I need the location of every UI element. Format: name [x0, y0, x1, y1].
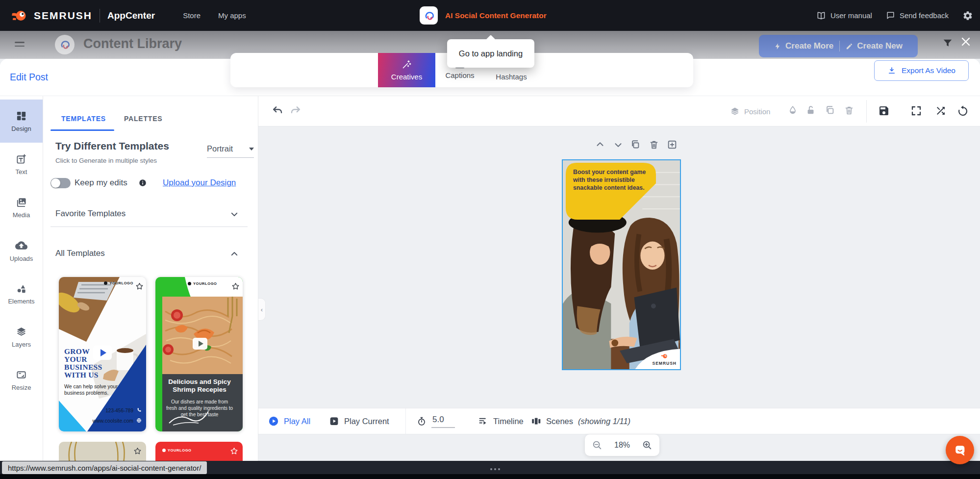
play-all-button[interactable]: Play All: [268, 416, 310, 427]
all-templates-section[interactable]: All Templates: [43, 245, 258, 264]
globe-icon: [136, 417, 142, 424]
zoom-out-icon[interactable]: [592, 440, 603, 451]
zoom-level: 18%: [614, 441, 630, 450]
gear-icon[interactable]: [962, 10, 973, 21]
section-divider: [50, 227, 248, 227]
filter-funnel-icon[interactable]: [942, 38, 953, 49]
user-manual-label: User manual: [830, 11, 872, 20]
template-logo: YOURLOGO: [188, 281, 217, 286]
play-current-button[interactable]: Play Current: [329, 416, 389, 427]
scene-add-icon[interactable]: [667, 139, 678, 150]
duplicate-icon[interactable]: [825, 105, 835, 116]
semrush-logo-icon: [11, 8, 26, 24]
scene-trash-icon[interactable]: [649, 139, 659, 150]
user-manual-button[interactable]: User manual: [816, 11, 872, 21]
template-card-partial-gold[interactable]: [59, 442, 146, 463]
duration-value[interactable]: 5.0: [431, 415, 455, 428]
text-icon: [16, 153, 27, 165]
support-chat-button[interactable]: [946, 436, 974, 464]
panel-collapse-handle[interactable]: ‹: [258, 298, 266, 321]
upload-your-design-link[interactable]: Upload your Design: [163, 178, 236, 188]
sidebar-item-text[interactable]: Text: [0, 143, 43, 186]
app-title[interactable]: AI Social Content Generator: [445, 11, 547, 20]
scenes-button[interactable]: Scenes (showing 1/11): [531, 416, 630, 427]
sidebar-item-elements[interactable]: Elements: [0, 272, 43, 315]
sidebar-item-design[interactable]: Design: [0, 100, 43, 143]
create-more-label: Create More: [785, 41, 833, 51]
scene-duplicate-icon[interactable]: [630, 139, 641, 150]
orientation-select[interactable]: Portrait: [207, 144, 254, 158]
nav-store[interactable]: Store: [183, 11, 201, 20]
favorite-star-icon[interactable]: [231, 282, 240, 291]
create-new-label: Create New: [857, 41, 903, 51]
keep-my-edits-toggle[interactable]: [50, 178, 71, 188]
hamburger-menu-icon[interactable]: [15, 42, 25, 49]
send-feedback-button[interactable]: Send feedback: [886, 11, 949, 20]
tab-templates-panel[interactable]: TEMPLATES: [61, 115, 106, 123]
template-card-partial-red[interactable]: YOURLOGO: [155, 442, 243, 463]
unlock-icon[interactable]: [805, 105, 816, 116]
sidebar-label: Elements: [8, 298, 34, 305]
trash-icon[interactable]: [844, 105, 854, 116]
active-tab-underline: [50, 129, 114, 131]
scenes-filmstrip-icon: [531, 416, 541, 427]
resize-icon: [16, 369, 27, 380]
nav-my-apps[interactable]: My apps: [218, 11, 246, 20]
book-icon: [816, 11, 826, 21]
close-icon[interactable]: [960, 36, 972, 48]
redo-icon[interactable]: [289, 105, 302, 118]
more-dots-icon[interactable]: [490, 468, 500, 470]
sidebar-item-media[interactable]: Media: [0, 186, 43, 229]
export-as-video-button[interactable]: Export As Video: [874, 60, 969, 81]
tab-creatives[interactable]: Creatives: [378, 53, 435, 87]
app-logo-icon[interactable]: [420, 6, 438, 25]
favorite-star-icon[interactable]: [229, 447, 239, 456]
shuffle-icon[interactable]: [935, 105, 947, 117]
duration-control[interactable]: 5.0: [417, 415, 455, 428]
media-icon: [16, 197, 27, 208]
create-more-half[interactable]: Create More: [774, 41, 833, 51]
sidebar-item-layers[interactable]: Layers: [0, 315, 43, 358]
favorite-star-icon[interactable]: [133, 447, 142, 456]
templates-panel: TEMPLATES PALETTES Try Different Templat…: [43, 96, 258, 479]
download-icon: [887, 66, 896, 75]
zoom-control: 18%: [585, 434, 659, 456]
panel-subheading: Click to Generate in multiple styles: [55, 157, 157, 164]
template-card-shrimp[interactable]: YOURLOGO Delicious and Spicy Shrimp Rece…: [155, 277, 243, 431]
artboard[interactable]: Boost your content game with these irres…: [562, 159, 681, 370]
color-droplet-icon[interactable]: [787, 105, 798, 116]
scene-down-icon[interactable]: [613, 139, 624, 150]
fullscreen-icon[interactable]: [910, 105, 922, 117]
create-new-half[interactable]: Create New: [846, 41, 903, 51]
timeline-button[interactable]: Timeline: [478, 416, 524, 427]
undo-icon[interactable]: [272, 105, 284, 118]
send-feedback-label: Send feedback: [900, 11, 949, 20]
template-phone: 123-456-789: [105, 408, 133, 413]
info-icon[interactable]: [138, 178, 147, 187]
go-to-app-landing-tooltip: Go to app landing: [447, 39, 534, 68]
tab-palettes-panel[interactable]: PALETTES: [124, 115, 162, 123]
template-body: Our dishes are made from fresh and quali…: [166, 399, 233, 418]
scene-up-icon[interactable]: [595, 139, 605, 150]
zoom-in-icon[interactable]: [642, 440, 653, 451]
timeline-icon: [478, 416, 488, 427]
position-button[interactable]: Position: [730, 96, 770, 126]
sidebar-item-resize[interactable]: Resize: [0, 358, 43, 402]
favorite-templates-section[interactable]: Favorite Templates: [43, 205, 258, 225]
chevron-down-icon: [230, 210, 239, 219]
upload-cloud-icon: [15, 239, 27, 252]
app-window: SEMRUSH AppCenter Store My apps AI Socia…: [0, 0, 980, 479]
favorite-star-icon[interactable]: [135, 282, 144, 291]
topbar-nav: Store My apps: [183, 11, 246, 20]
sidebar-item-uploads[interactable]: Uploads: [0, 229, 43, 272]
canvas-area: Position: [258, 96, 980, 479]
template-logo: YOURLOGO: [104, 281, 133, 285]
reset-rotate-icon[interactable]: [957, 105, 969, 117]
all-templates-label: All Templates: [55, 249, 105, 258]
design-icon: [16, 110, 27, 122]
edit-post-link[interactable]: Edit Post: [10, 72, 48, 83]
save-icon[interactable]: [878, 105, 890, 117]
export-label: Export As Video: [902, 66, 955, 75]
create-more-new-button[interactable]: Create More Create New: [759, 35, 918, 57]
template-card-business[interactable]: YOURLOGO GROW YOUR BUSINESS WITH US We c…: [59, 277, 146, 431]
